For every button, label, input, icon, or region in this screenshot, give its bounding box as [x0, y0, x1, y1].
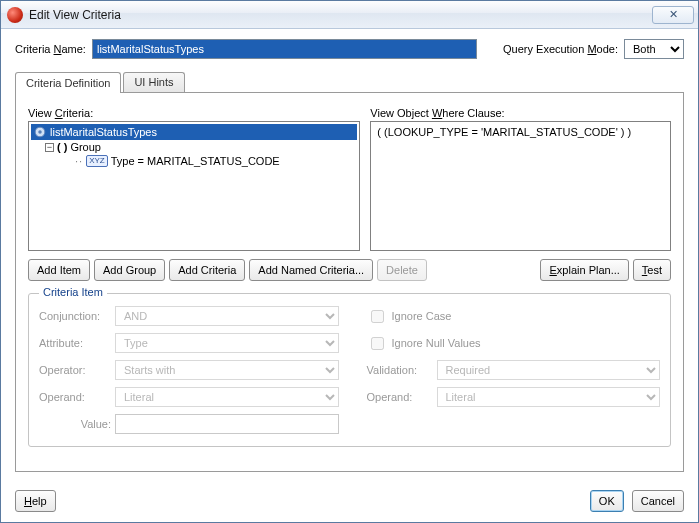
operand-label: Operand:: [39, 391, 115, 403]
operand-select: Literal: [115, 387, 339, 407]
ignore-null-label: Ignore Null Values: [392, 337, 481, 349]
tab-criteria-definition[interactable]: Criteria Definition: [15, 72, 121, 93]
titlebar: Edit View Criteria ✕: [1, 1, 698, 29]
conjunction-select: AND: [115, 306, 339, 326]
close-button[interactable]: ✕: [652, 6, 694, 24]
cancel-button[interactable]: Cancel: [632, 490, 684, 512]
add-group-button[interactable]: Add Group: [94, 259, 165, 281]
operator-select: Starts with: [115, 360, 339, 380]
criteria-icon: [33, 125, 47, 139]
ignore-case-input: [371, 310, 384, 323]
tabstrip: Criteria Definition UI Hints: [15, 71, 684, 92]
svg-point-1: [38, 130, 42, 134]
top-row: Criteria Name: Query Execution Mode: Bot…: [15, 39, 684, 59]
help-label-rest: elp: [32, 495, 47, 507]
close-icon: ✕: [669, 8, 678, 21]
tree-item[interactable]: ·· XYZ Type = MARITAL_STATUS_CODE: [31, 154, 357, 168]
operand2-label: Operand:: [367, 391, 437, 403]
ignore-null-input: [371, 337, 384, 350]
where-clause-text: ( (LOOKUP_TYPE = 'MARITAL_STATUS_CODE' )…: [373, 124, 668, 140]
operator-label: Operator:: [39, 364, 115, 376]
attribute-label: Attribute:: [39, 337, 115, 349]
content-area: Criteria Name: Query Execution Mode: Bot…: [1, 29, 698, 482]
view-criteria-label: View Criteria:: [28, 107, 360, 119]
tree-item-label: Type = MARITAL_STATUS_CODE: [111, 155, 280, 167]
criteria-item-group: Criteria Item Conjunction: AND Ignore Ca…: [28, 293, 671, 447]
criteria-item-form: Conjunction: AND Ignore Case Attribute: …: [39, 306, 660, 434]
test-button[interactable]: Test: [633, 259, 671, 281]
tree-root[interactable]: listMaritalStatusTypes: [31, 124, 357, 140]
delete-button: Delete: [377, 259, 427, 281]
app-icon: [7, 7, 23, 23]
criteria-item-legend: Criteria Item: [39, 286, 107, 298]
operand2-select: Literal: [437, 387, 661, 407]
criteria-button-bar: Add Item Add Group Add Criteria Add Name…: [28, 259, 671, 281]
criteria-name-label: Criteria Name:: [15, 43, 86, 55]
conjunction-label: Conjunction:: [39, 310, 115, 322]
tree-group[interactable]: − ( ) Group: [31, 140, 357, 154]
tree-root-label: listMaritalStatusTypes: [50, 126, 157, 138]
tree-connector-icon: ··: [75, 155, 83, 167]
ok-button[interactable]: OK: [590, 490, 624, 512]
tree-group-label: Group: [70, 141, 101, 153]
explain-plan-button[interactable]: Explain Plan...: [540, 259, 628, 281]
dialog-window: Edit View Criteria ✕ Criteria Name: Quer…: [0, 0, 699, 523]
query-mode-label: Query Execution Mode:: [503, 43, 618, 55]
ignore-case-label: Ignore Case: [392, 310, 452, 322]
ignore-case-checkbox: Ignore Case: [367, 307, 661, 326]
value-input: [115, 414, 339, 434]
add-criteria-button[interactable]: Add Criteria: [169, 259, 245, 281]
criteria-name-input[interactable]: [92, 39, 477, 59]
where-clause-label: View Object Where Clause:: [370, 107, 671, 119]
collapse-icon[interactable]: −: [45, 143, 54, 152]
query-mode-wrapper: Both: [624, 39, 684, 59]
view-criteria-tree[interactable]: listMaritalStatusTypes − ( ) Group ·· XY…: [28, 121, 360, 251]
where-clause-box: ( (LOOKUP_TYPE = 'MARITAL_STATUS_CODE' )…: [370, 121, 671, 251]
attribute-select: Type: [115, 333, 339, 353]
where-clause-column: View Object Where Clause: ( (LOOKUP_TYPE…: [370, 107, 671, 251]
criteria-name-wrapper: [92, 39, 477, 59]
add-named-criteria-button[interactable]: Add Named Criteria...: [249, 259, 373, 281]
tab-panel-definition: View Criteria: listMaritalStatusTypes − …: [15, 92, 684, 472]
ignore-null-checkbox: Ignore Null Values: [367, 334, 661, 353]
validation-label: Validation:: [367, 364, 437, 376]
validation-select: Required: [437, 360, 661, 380]
view-criteria-column: View Criteria: listMaritalStatusTypes − …: [28, 107, 360, 251]
window-title: Edit View Criteria: [29, 8, 652, 22]
help-button[interactable]: Help: [15, 490, 56, 512]
add-item-button[interactable]: Add Item: [28, 259, 90, 281]
tab-ui-hints[interactable]: UI Hints: [123, 72, 184, 92]
attribute-icon: XYZ: [86, 155, 108, 167]
criteria-panels-row: View Criteria: listMaritalStatusTypes − …: [28, 107, 671, 251]
spacer: [431, 259, 537, 281]
query-mode-select[interactable]: Both: [624, 39, 684, 59]
value-label: Value:: [39, 418, 115, 430]
group-icon: ( ): [57, 141, 67, 153]
dialog-footer: Help OK Cancel: [1, 482, 698, 522]
